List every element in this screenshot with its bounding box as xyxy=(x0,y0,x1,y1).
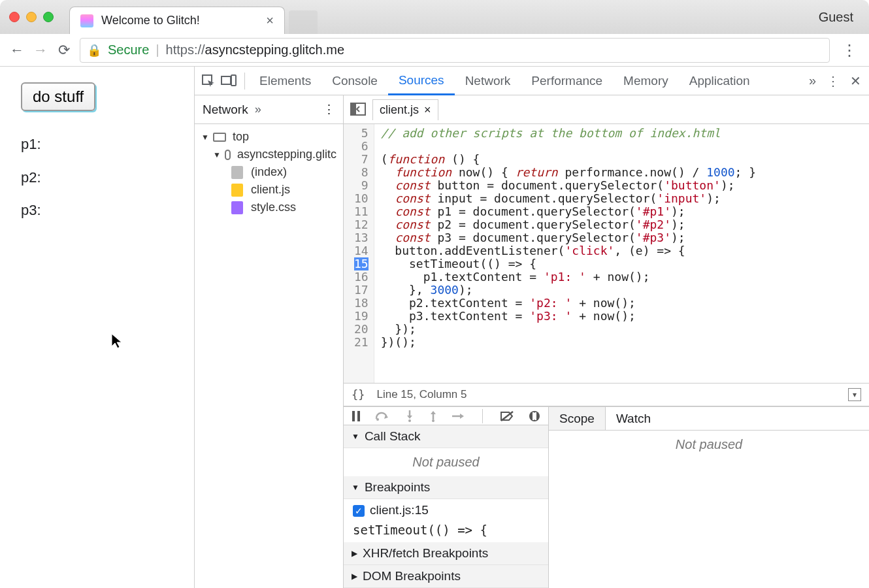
sources-navigator: Network » ⋮ ▼top ▼asyncstepping.glitc (i… xyxy=(195,95,344,588)
pretty-print-icon[interactable]: {} xyxy=(352,388,365,401)
browser-menu-icon[interactable]: ⋮ xyxy=(838,41,861,59)
maximize-window-icon[interactable] xyxy=(43,12,54,22)
step-out-button[interactable] xyxy=(429,410,438,422)
navigator-mode[interactable]: Network xyxy=(203,103,248,117)
js-file-icon xyxy=(231,184,243,197)
window-title-bar: Welcome to Glitch! × Guest xyxy=(0,0,869,34)
tab-application[interactable]: Application xyxy=(679,67,761,95)
devtools-tabbar: Elements Console Sources Network Perform… xyxy=(195,67,869,95)
step-over-button[interactable] xyxy=(375,411,391,421)
url-text: https://asyncstepping.glitch.me xyxy=(166,42,344,57)
window-controls xyxy=(9,12,54,22)
watch-tab[interactable]: Watch xyxy=(606,407,661,430)
toggle-navigator-icon[interactable] xyxy=(350,102,367,118)
breakpoint-item[interactable]: ✓client.js:15 xyxy=(344,499,548,521)
do-stuff-button[interactable]: do stuff xyxy=(21,82,95,111)
inspect-element-icon[interactable] xyxy=(201,74,221,88)
minimize-window-icon[interactable] xyxy=(26,12,37,22)
forward-button: → xyxy=(33,42,48,59)
tree-file-clientjs[interactable]: client.js xyxy=(195,181,343,199)
more-tabs-icon[interactable]: » xyxy=(809,73,816,89)
devtools-menu-icon[interactable]: ⋮ xyxy=(827,73,840,89)
cloud-icon xyxy=(225,150,231,160)
debugger-toolbar xyxy=(344,407,548,425)
navigator-menu-icon[interactable]: ⋮ xyxy=(323,102,335,117)
tab-network[interactable]: Network xyxy=(455,67,521,95)
secure-label: Secure xyxy=(108,42,149,57)
page-viewport: do stuff p1: p2: p3: xyxy=(0,67,195,588)
cursor-position: Line 15, Column 5 xyxy=(376,388,467,401)
step-button[interactable] xyxy=(452,412,465,421)
line-gutter[interactable]: 56789101112131415161718192021 xyxy=(344,124,374,383)
css-file-icon xyxy=(231,201,243,214)
svg-rect-5 xyxy=(352,411,355,421)
tree-top[interactable]: ▼top xyxy=(195,128,343,146)
file-tree: ▼top ▼asyncstepping.glitc (index) client… xyxy=(195,124,343,220)
code-editor-pane: client.js × 5678910111213141516171819202… xyxy=(344,95,869,588)
svg-point-11 xyxy=(432,419,434,422)
svg-point-7 xyxy=(376,418,379,421)
lock-icon: 🔒 xyxy=(87,43,101,57)
main-area: do stuff p1: p2: p3: Elements Console So… xyxy=(0,67,869,588)
scope-tab[interactable]: Scope xyxy=(549,407,606,430)
tab-console[interactable]: Console xyxy=(321,67,388,95)
favicon-icon xyxy=(80,14,93,27)
cursor-icon xyxy=(111,333,123,349)
svg-point-9 xyxy=(408,419,411,422)
step-into-button[interactable] xyxy=(405,410,414,422)
tab-sources[interactable]: Sources xyxy=(388,67,455,95)
tab-title: Welcome to Glitch! xyxy=(101,14,200,27)
tab-memory[interactable]: Memory xyxy=(613,67,679,95)
folder-icon xyxy=(213,133,226,142)
pause-on-exceptions-button[interactable] xyxy=(529,410,540,422)
tree-file-index[interactable]: (index) xyxy=(195,163,343,181)
profile-label[interactable]: Guest xyxy=(819,10,860,25)
svg-rect-6 xyxy=(357,411,360,421)
file-tab-clientjs[interactable]: client.js × xyxy=(372,99,438,120)
tab-performance[interactable]: Performance xyxy=(521,67,613,95)
editor-status-bar: {} Line 15, Column 5 ▾ xyxy=(344,383,869,406)
svg-rect-18 xyxy=(535,412,537,420)
p2-text: p2: xyxy=(21,161,173,195)
device-mode-icon[interactable] xyxy=(221,74,240,88)
p3-text: p3: xyxy=(21,194,173,227)
coverage-toggle-icon[interactable]: ▾ xyxy=(848,388,861,401)
tree-file-stylecss[interactable]: style.css xyxy=(195,199,343,216)
browser-tab[interactable]: Welcome to Glitch! × xyxy=(69,7,285,34)
scope-empty: Not paused xyxy=(549,431,869,459)
svg-line-13 xyxy=(501,412,513,421)
reload-button[interactable]: ⟳ xyxy=(56,42,72,59)
debugger-pane: ▼Call Stack Not paused ▼Breakpoints ✓cli… xyxy=(344,406,869,588)
dom-breakpoints-header[interactable]: ▶DOM Breakpoints xyxy=(344,565,548,588)
navigator-more-icon[interactable]: » xyxy=(255,103,261,116)
svg-rect-17 xyxy=(533,412,534,420)
call-stack-empty: Not paused xyxy=(344,448,548,476)
code-area[interactable]: // add other scripts at the bottom of in… xyxy=(374,124,762,383)
close-devtools-icon[interactable]: ✕ xyxy=(850,73,861,89)
close-tab-icon[interactable]: × xyxy=(266,13,274,28)
breakpoints-header[interactable]: ▼Breakpoints xyxy=(344,476,548,499)
document-icon xyxy=(231,166,243,179)
call-stack-header[interactable]: ▼Call Stack xyxy=(344,425,548,448)
breakpoint-code: setTimeout(() => { xyxy=(344,521,548,542)
close-window-icon[interactable] xyxy=(9,12,20,22)
xhr-breakpoints-header[interactable]: ▶XHR/fetch Breakpoints xyxy=(344,542,548,565)
browser-toolbar: ← → ⟳ 🔒 Secure | https://asyncstepping.g… xyxy=(0,34,869,67)
deactivate-breakpoints-button[interactable] xyxy=(500,410,514,422)
address-bar[interactable]: 🔒 Secure | https://asyncstepping.glitch.… xyxy=(80,38,830,63)
tab-elements[interactable]: Elements xyxy=(249,67,321,95)
back-button[interactable]: ← xyxy=(9,42,25,59)
tree-domain[interactable]: ▼asyncstepping.glitc xyxy=(195,146,343,163)
svg-rect-4 xyxy=(351,103,356,115)
close-file-tab-icon[interactable]: × xyxy=(424,103,431,117)
svg-rect-1 xyxy=(221,76,231,84)
checkbox-icon[interactable]: ✓ xyxy=(353,505,365,517)
p1-text: p1: xyxy=(21,128,173,161)
new-tab-button[interactable] xyxy=(289,10,318,34)
devtools-panel: Elements Console Sources Network Perform… xyxy=(195,67,869,588)
svg-rect-2 xyxy=(231,75,236,86)
pause-button[interactable] xyxy=(352,411,361,421)
